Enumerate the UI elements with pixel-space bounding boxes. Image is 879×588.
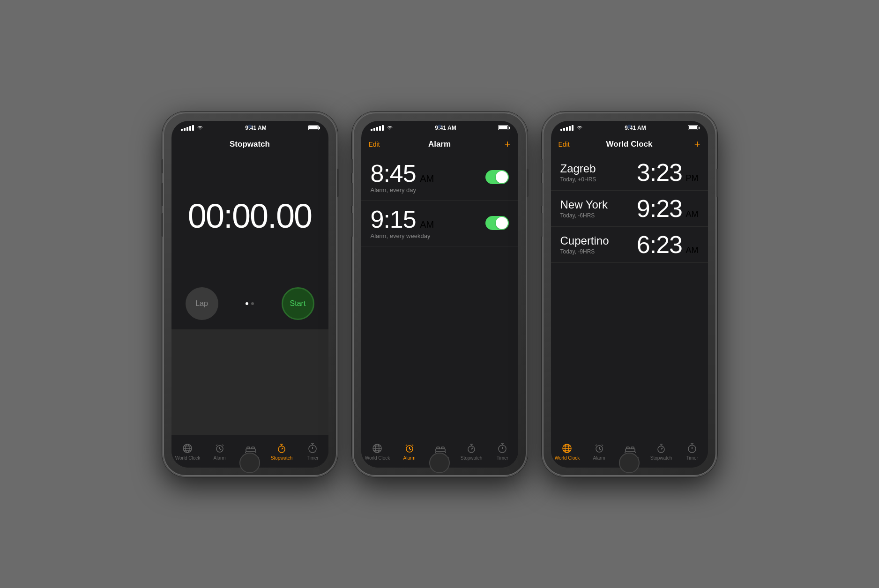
clock-item-zagreb: Zagreb Today, +0HRS 3:23 PM (551, 155, 708, 191)
svg-rect-34 (437, 447, 440, 449)
tab-alarm[interactable]: Alarm (208, 443, 231, 461)
home-button-2[interactable] (429, 453, 450, 473)
clock-city-1: Zagreb (560, 162, 596, 175)
phone-worldclock: 9:41 AM Edit World Clock + Zagre (542, 112, 717, 477)
wifi-icon (197, 126, 203, 130)
signal-icon-3 (560, 125, 574, 131)
battery-icon (308, 125, 319, 130)
timer-tab-label-3: Timer (686, 455, 698, 461)
timer-label-2: Timer (497, 455, 508, 461)
tab-stopwatch-2[interactable]: Stopwatch (460, 443, 483, 461)
stopwatch-tab-label-2: Stopwatch (461, 455, 483, 461)
volume-down-button-2 (351, 213, 353, 237)
tab-alarm-2[interactable]: Alarm (398, 443, 421, 461)
phone-stopwatch: 9:41 AM Stopwatch 00:00.00 La (162, 112, 338, 477)
svg-line-31 (406, 445, 407, 446)
home-button[interactable] (239, 453, 260, 473)
tab-timer-3[interactable]: Timer (680, 443, 704, 461)
dot-2 (251, 302, 254, 305)
camera-dot-3 (627, 125, 631, 128)
svg-line-64 (661, 448, 663, 449)
lap-button[interactable]: Lap (186, 287, 218, 320)
status-right (308, 125, 319, 130)
svg-line-53 (599, 449, 601, 450)
world-clock-label-2: World Clock (365, 455, 390, 461)
dot-1 (246, 302, 248, 305)
tab-alarm-3[interactable]: Alarm (588, 443, 611, 461)
tab-stopwatch-3[interactable]: Stopwatch (649, 443, 673, 461)
svg-rect-56 (626, 449, 635, 452)
edit-button-3[interactable]: Edit (559, 141, 577, 148)
svg-line-30 (410, 449, 411, 450)
alarm-time-1: 8:45 (371, 160, 416, 187)
phone-frame-1: 9:41 AM Stopwatch 00:00.00 La (162, 112, 338, 477)
volume-up-button-2 (351, 183, 353, 206)
tab-timer[interactable]: Timer (301, 443, 324, 461)
alarm-toggle-2[interactable] (485, 216, 509, 230)
svg-line-7 (220, 449, 221, 450)
svg-rect-12 (252, 447, 254, 449)
stopwatch-controls: Lap Start (171, 278, 328, 329)
edit-button[interactable]: Edit (369, 141, 387, 148)
camera-dot-2 (438, 125, 441, 128)
clock-item-cupertino: Cupertino Today, -9HRS 6:23 AM (551, 227, 708, 263)
add-clock-button[interactable]: + (682, 139, 700, 149)
start-button[interactable]: Start (282, 287, 314, 320)
mute-button (161, 159, 163, 173)
svg-rect-11 (247, 447, 250, 449)
alarm-label: Alarm (214, 455, 226, 461)
tab-world-clock-3[interactable]: World Clock (555, 443, 580, 461)
world-clock-icon (182, 443, 193, 454)
timer-icon (307, 443, 318, 454)
alarm-label-1: Alarm, every day (371, 186, 434, 194)
alarm-item-2: 9:15 AM Alarm, every weekday (361, 201, 518, 246)
clock-ampm-3: AM (686, 246, 699, 255)
volume-down-button (161, 213, 163, 237)
tab-stopwatch[interactable]: Stopwatch (270, 443, 293, 461)
nav-bar-3: Edit World Clock + (551, 134, 708, 155)
phone-screen-1: 9:41 AM Stopwatch 00:00.00 La (171, 121, 328, 468)
page-dots (246, 302, 254, 305)
volume-up-button-3 (541, 183, 543, 206)
alarm-tab-label-2: Alarm (403, 455, 416, 461)
alarm-toggle-1[interactable] (485, 170, 509, 184)
svg-rect-10 (246, 449, 255, 452)
svg-line-32 (412, 445, 413, 446)
svg-line-41 (471, 448, 473, 449)
svg-rect-58 (631, 447, 634, 449)
tab-world-clock-2[interactable]: World Clock (365, 443, 390, 461)
clock-time-3: 6:23 (637, 231, 682, 258)
svg-line-18 (282, 448, 283, 449)
worldclock-screen: Zagreb Today, +0HRS 3:23 PM New York Tod… (551, 155, 708, 435)
battery-icon-2 (498, 125, 508, 130)
alarm-icon-3 (594, 443, 605, 454)
alarm-label-2: Alarm, every weekday (371, 232, 434, 239)
tab-world-clock[interactable]: World Clock (175, 443, 201, 461)
world-clock-label: World Clock (175, 455, 201, 461)
nav-bar-2: Edit Alarm + (361, 134, 518, 155)
alarm-tab-label-3: Alarm (593, 455, 605, 461)
tab-timer-2[interactable]: Timer (491, 443, 514, 461)
add-alarm-button[interactable]: + (492, 139, 511, 149)
svg-rect-35 (441, 447, 444, 449)
alarm-ampm-2: AM (420, 219, 434, 230)
stopwatch-icon-3 (656, 443, 667, 454)
clock-city-2: New York (560, 198, 608, 211)
alarm-screen: 8:45 AM Alarm, every day 9:15 (361, 155, 518, 435)
clock-time-2: 9:23 (637, 195, 682, 222)
phone-frame-2: 9:41 AM Edit Alarm + (352, 112, 528, 477)
home-button-3[interactable] (619, 453, 640, 473)
wifi-icon-2 (387, 126, 393, 130)
clock-list: Zagreb Today, +0HRS 3:23 PM New York Tod… (551, 155, 708, 435)
timer-icon-3 (686, 443, 698, 454)
alarm-icon-2 (404, 443, 415, 454)
alarm-time-2: 9:15 (371, 206, 416, 233)
phone-screen-3: 9:41 AM Edit World Clock + Zagre (551, 121, 708, 468)
world-clock-icon-2 (372, 443, 383, 454)
clock-time-1: 3:23 (637, 159, 682, 186)
stopwatch-tab-label-3: Stopwatch (650, 455, 672, 461)
nav-bar: Stopwatch (171, 134, 328, 155)
nav-title-2: Alarm (428, 140, 451, 149)
clock-ampm-1: PM (686, 173, 699, 183)
phone-screen-2: 9:41 AM Edit Alarm + (361, 121, 518, 468)
